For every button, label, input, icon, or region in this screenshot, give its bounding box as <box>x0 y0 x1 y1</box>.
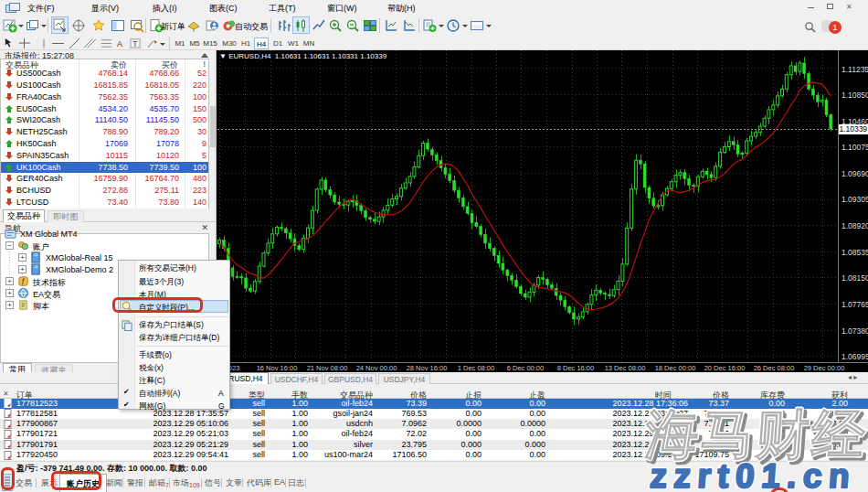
svg-text:zzrt01.cn: zzrt01.cn <box>649 456 858 492</box>
svg-text:T: T <box>132 39 137 48</box>
svg-text:海马财经: 海马财经 <box>642 405 868 465</box>
